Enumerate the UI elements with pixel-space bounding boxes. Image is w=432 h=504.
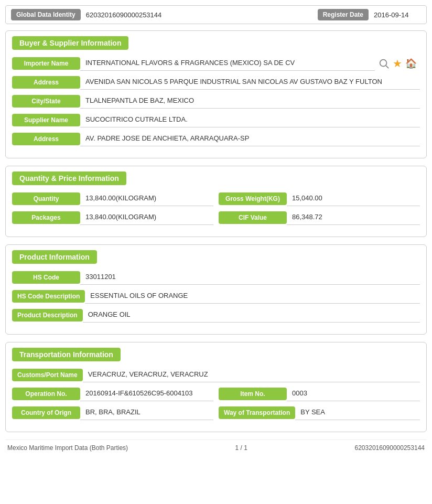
way-col: Way of Transportation BY SEA xyxy=(219,405,420,420)
country-col: Country of Orign BR, BRA, BRAZIL xyxy=(12,405,213,420)
quantity-price-section: Quantity & Price Information Quantity 13… xyxy=(5,166,427,237)
importer-label: Importer Name xyxy=(12,57,80,70)
address2-row: Address AV. PADRE JOSE DE ANCHIETA, ARAR… xyxy=(12,132,420,146)
item-col: Item No. 0003 xyxy=(219,387,420,401)
cif-value-value: 86,348.72 xyxy=(287,210,420,225)
product-section: Product Information HS Code 33011201 HS … xyxy=(5,244,427,335)
importer-value: INTERNATIONAL FLAVORS & FRAGRANCES (MEXI… xyxy=(80,56,375,71)
hs-code-label: HS Code xyxy=(12,271,80,284)
hs-code-desc-label: HS Code Description xyxy=(12,290,85,303)
city-row: City/State TLALNEPANTLA DE BAZ, MEXICO xyxy=(12,94,420,109)
importer-icons: ★ 🏠 xyxy=(375,57,420,70)
buyer-supplier-section: Buyer & Supplier Information Importer Na… xyxy=(5,30,427,158)
supplier-row: Supplier Name SUCOCITRICO CUTRALE LTDA. xyxy=(12,113,420,127)
product-desc-value: ORANGE OIL xyxy=(83,308,420,323)
operation-value: 20160914-IF&610526C95-6004103 xyxy=(80,387,213,401)
search-icon[interactable] xyxy=(378,58,390,69)
quantity-col: Quantity 13,840.00(KILOGRAM) xyxy=(12,191,213,206)
global-identity-label: Global Data Identity xyxy=(11,9,81,20)
gross-weight-value: 15,040.00 xyxy=(287,191,420,206)
customs-value: VERACRUZ, VERACRUZ, VERACRUZ xyxy=(83,368,420,382)
footer-center: 1 / 1 xyxy=(235,444,247,452)
supplier-label: Supplier Name xyxy=(12,114,80,126)
product-title: Product Information xyxy=(12,250,97,264)
customs-label: Customs/Port Name xyxy=(12,369,83,381)
quantity-label: Quantity xyxy=(12,192,80,205)
operation-col: Operation No. 20160914-IF&610526C95-6004… xyxy=(12,387,213,401)
importer-row: Importer Name INTERNATIONAL FLAVORS & FR… xyxy=(12,56,420,71)
item-value: 0003 xyxy=(287,387,420,401)
gross-weight-col: Gross Weight(KG) 15,040.00 xyxy=(219,191,420,206)
way-label: Way of Transportation xyxy=(219,406,295,419)
footer-right: 62032016090000253144 xyxy=(355,444,425,452)
global-header: Global Data Identity 6203201609000025314… xyxy=(5,5,427,24)
product-desc-row: Product Description ORANGE OIL xyxy=(12,308,420,323)
quantity-value: 13,840.00(KILOGRAM) xyxy=(80,191,213,206)
packages-col: Packages 13,840.00(KILOGRAM) xyxy=(12,210,213,225)
hs-code-value: 33011201 xyxy=(80,270,420,285)
packages-cif-row: Packages 13,840.00(KILOGRAM) CIF Value 8… xyxy=(12,210,420,225)
customs-row: Customs/Port Name VERACRUZ, VERACRUZ, VE… xyxy=(12,368,420,382)
home-icon[interactable]: 🏠 xyxy=(405,58,417,69)
register-date-label: Register Date xyxy=(318,9,369,20)
transportation-section: Transportation Information Customs/Port … xyxy=(5,342,427,432)
footer-left: Mexico Maritime Import Data (Both Partie… xyxy=(7,444,128,452)
hs-code-row: HS Code 33011201 xyxy=(12,270,420,285)
quantity-price-title: Quantity & Price Information xyxy=(12,171,126,185)
item-label: Item No. xyxy=(219,388,287,400)
country-label: Country of Orign xyxy=(12,406,80,419)
cif-value-label: CIF Value xyxy=(219,211,287,224)
hs-code-desc-value: ESSENTIAL OILS OF ORANGE xyxy=(85,289,420,304)
global-identity-value: 62032016090000253144 xyxy=(86,11,312,19)
packages-label: Packages xyxy=(12,211,80,224)
address1-value: AVENIDA SAN NICOLAS 5 PARQUE INDUSTRIAL … xyxy=(80,75,420,90)
way-value: BY SEA xyxy=(295,405,420,420)
address1-row: Address AVENIDA SAN NICOLAS 5 PARQUE IND… xyxy=(12,75,420,90)
city-label: City/State xyxy=(12,95,80,108)
product-desc-label: Product Description xyxy=(12,309,83,321)
operation-item-row: Operation No. 20160914-IF&610526C95-6004… xyxy=(12,387,420,401)
country-value: BR, BRA, BRAZIL xyxy=(80,405,213,420)
star-icon[interactable]: ★ xyxy=(393,57,402,70)
transportation-title: Transportation Information xyxy=(12,348,121,361)
gross-weight-label: Gross Weight(KG) xyxy=(219,192,287,205)
footer: Mexico Maritime Import Data (Both Partie… xyxy=(5,439,427,454)
svg-point-0 xyxy=(380,60,387,67)
cif-value-col: CIF Value 86,348.72 xyxy=(219,210,420,225)
country-way-row: Country of Orign BR, BRA, BRAZIL Way of … xyxy=(12,405,420,420)
address2-label: Address xyxy=(12,133,80,145)
buyer-supplier-title: Buyer & Supplier Information xyxy=(12,36,128,50)
register-date-value: 2016-09-14 xyxy=(374,11,421,19)
city-value: TLALNEPANTLA DE BAZ, MEXICO xyxy=(80,94,420,109)
operation-label: Operation No. xyxy=(12,388,80,400)
address1-label: Address xyxy=(12,76,80,89)
address2-value: AV. PADRE JOSE DE ANCHIETA, ARARAQUARA-S… xyxy=(80,132,420,146)
packages-value: 13,840.00(KILOGRAM) xyxy=(80,210,213,225)
svg-line-1 xyxy=(386,66,388,68)
quantity-gross-row: Quantity 13,840.00(KILOGRAM) Gross Weigh… xyxy=(12,191,420,206)
hs-code-desc-row: HS Code Description ESSENTIAL OILS OF OR… xyxy=(12,289,420,304)
supplier-value: SUCOCITRICO CUTRALE LTDA. xyxy=(80,113,420,127)
